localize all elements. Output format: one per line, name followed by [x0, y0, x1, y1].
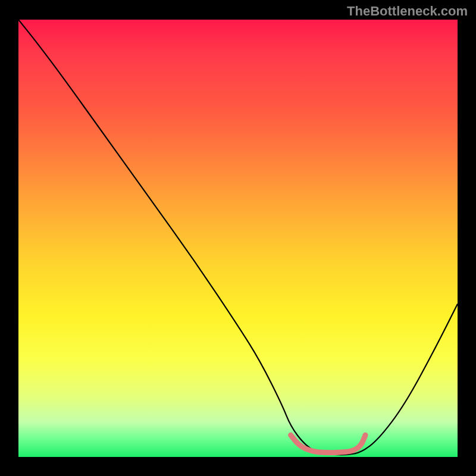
chart-plot-area	[18, 20, 458, 457]
watermark-text: TheBottleneck.com	[347, 4, 468, 19]
optimal-range-path	[291, 435, 365, 452]
bottleneck-curve-path	[18, 20, 458, 455]
chart-svg	[18, 20, 458, 457]
